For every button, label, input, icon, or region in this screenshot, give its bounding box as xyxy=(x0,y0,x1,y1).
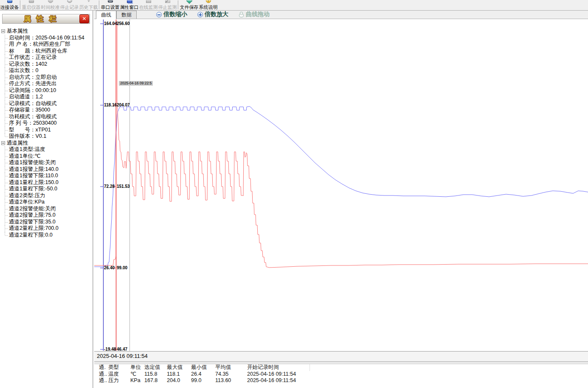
hand-icon xyxy=(239,12,244,17)
toolbar-icon-clip xyxy=(205,0,212,4)
tree-item[interactable]: 通道1报警下限:110.0 xyxy=(5,173,84,179)
tree-item[interactable]: 用 户 名：杭州西府生厂部 xyxy=(5,41,84,48)
toolbar-icon-clip xyxy=(47,0,54,4)
toolbar-button-label: 停止监测 xyxy=(158,4,177,10)
tree-item[interactable]: 记录模式：自动模式 xyxy=(5,100,84,107)
time-calibrate-icon xyxy=(48,0,53,3)
toolbar-button[interactable]: 串口设置 xyxy=(101,0,120,10)
tree-item[interactable]: 启动方式：立即启动 xyxy=(5,74,84,81)
axis-label-ch1: 118.16 xyxy=(104,103,117,107)
toolbar-icon-clip xyxy=(85,0,92,4)
tree-item[interactable]: 通道2单位:KPa xyxy=(5,199,84,206)
table-row[interactable]: 通.. 温度 ℃ 115.8 118.1 26.4 74.35 2025-04-… xyxy=(94,371,588,378)
tree-item[interactable]: 通道1单位:℃ xyxy=(5,153,84,160)
file-save-icon xyxy=(186,0,192,4)
toolbar-button-label: 历史下载 xyxy=(79,4,98,10)
tree-item[interactable]: 溢出次数：0 xyxy=(5,67,84,74)
curve-plot[interactable]: 164.04256.60118.16204.0772.28151.5326.40… xyxy=(94,19,588,352)
tree-item[interactable]: 启动时间：2025-04-16 09:11:54 xyxy=(5,35,84,42)
tree-item[interactable]: 存储容量：35000 xyxy=(5,107,84,114)
axis-label-ch1: 26.40 xyxy=(104,265,115,270)
collapse-icon[interactable] xyxy=(1,29,5,33)
tree-item[interactable]: 通道1报警上限:140.0 xyxy=(5,166,84,173)
tree-item[interactable]: 通道1报警使能:关闭 xyxy=(5,159,84,166)
axis-label-ch2: 151.53 xyxy=(117,184,130,189)
horizontal-splitter[interactable] xyxy=(94,361,588,364)
tree-item[interactable]: 序 列 号：25030400 xyxy=(5,120,84,127)
cursor-tooltip: 2025-04-16 09:22:5 xyxy=(119,81,153,86)
cell-avg-value: 74.35 xyxy=(215,371,247,378)
channel-properties-list: 通道1类型:温度 通道1单位:℃ 通道1报警使能:关闭 通道1报警上限:140.… xyxy=(1,146,84,238)
tree-item-label: 停止方式：先进先出 xyxy=(9,81,57,87)
chart-button[interactable]: 倍数放大 xyxy=(197,11,228,18)
table-header-row: 通. 类型 单位 选定值 最大值 最小值 平均值 开始记录时间 xyxy=(94,364,588,371)
toolbar-button[interactable]: 属性窗口 xyxy=(120,0,139,10)
property-tree: 基本属性 启动时间：2025-04-16 09:11:54 用 户 名：杭州西府… xyxy=(1,28,84,238)
plus-icon xyxy=(197,12,203,17)
chart-button-label: 倍数放大 xyxy=(205,11,228,18)
tab-curve[interactable]: 曲线 xyxy=(96,11,116,19)
chart-button-label: 倍数缩小 xyxy=(163,11,187,18)
toolbar-button[interactable]: 系统说明 xyxy=(199,0,218,10)
tree-item[interactable]: 固件版本：V0.1 xyxy=(5,133,84,140)
toolbar-button-label: 文件保存 xyxy=(180,4,199,10)
tree-item-label: 通道1报警上限:140.0 xyxy=(9,166,59,172)
tree-item[interactable]: 启动通道：1,2 xyxy=(5,94,84,100)
tree-root-label: 基本属性 xyxy=(7,28,28,34)
tree-item-label: 通道2单位:KPa xyxy=(9,199,45,205)
history-download-icon xyxy=(86,0,91,3)
tree-item[interactable]: 通道2报警使能:关闭 xyxy=(5,206,84,212)
property-panel-header: 属 性 栏 ✕ xyxy=(2,14,90,24)
axis-label-ch2: 46.47 xyxy=(117,347,127,352)
tree-item[interactable]: 通道2量程上限:700.0 xyxy=(5,225,84,232)
tree-item[interactable]: 通道1量程上限:150.0 xyxy=(5,179,84,186)
toolbar-icon-clip xyxy=(6,0,13,4)
tree-root-basic-properties[interactable]: 基本属性 xyxy=(1,28,84,35)
tree-item[interactable]: 工作状态：正在记录 xyxy=(5,54,84,61)
tree-item[interactable]: 停止方式：先进先出 xyxy=(5,81,84,87)
channel-summary-table: 通. 类型 单位 选定值 最大值 最小值 平均值 开始记录时间 通.. 温度 ℃… xyxy=(94,364,588,388)
tree-item[interactable]: 型 号：xTP01 xyxy=(5,127,84,134)
toolbar-icon-clip xyxy=(66,0,73,4)
tree-item-label: 记录间隔：00:00:10 xyxy=(9,87,56,93)
toolbar-button[interactable]: 连接设备 xyxy=(0,0,19,10)
tab-data[interactable]: 数据 xyxy=(116,11,137,19)
collapse-icon[interactable] xyxy=(1,141,5,145)
tree-item[interactable]: 通道1类型:温度 xyxy=(5,146,84,153)
toolbar-icon-clip xyxy=(186,0,193,4)
tree-item-label: 通道2报警下限:35.0 xyxy=(9,219,56,225)
cell-selected-value: 115.8 xyxy=(144,371,167,378)
tree-item[interactable]: 通道1量程下限:-50.0 xyxy=(5,186,84,193)
tree-item[interactable]: 标 题：杭州西府仓库 xyxy=(5,48,84,55)
tree-item[interactable]: 功耗模式：省电模式 xyxy=(5,114,84,120)
tree-item-label: 通道2报警使能:关闭 xyxy=(9,206,56,212)
close-icon[interactable]: ✕ xyxy=(79,14,89,23)
tree-item[interactable]: 通道2报警下限:35.0 xyxy=(5,219,84,226)
serial-port-icon xyxy=(108,0,113,3)
toolbar-button-label: 串口设置 xyxy=(101,4,120,10)
chart-button[interactable]: 倍数缩小 xyxy=(156,11,187,18)
table-row[interactable]: 通.. 压力 KPa 167.8 204.0 99.0 113.60 2025-… xyxy=(94,377,588,384)
tree-item[interactable]: 记录次数：1402 xyxy=(5,61,84,68)
tree-item[interactable]: 通道2量程下限:0.0 xyxy=(5,232,84,239)
table-header-cell: 开始记录时间 xyxy=(247,364,310,371)
tree-item[interactable]: 记录间隔：00:00:10 xyxy=(5,87,84,94)
connect-device-icon xyxy=(7,0,12,3)
tree-item[interactable]: 通道2类型:压力 xyxy=(5,193,84,199)
table-header-cell: 最小值 xyxy=(191,364,215,371)
tree-item-label: 工作状态：正在记录 xyxy=(9,54,57,60)
cell-type: 压力 xyxy=(108,377,130,384)
tree-item-label: 通道1量程下限:-50.0 xyxy=(9,186,57,192)
tree-item-label: 型 号：xTP01 xyxy=(9,127,51,133)
tree-item-label: 通道1报警使能:关闭 xyxy=(9,159,56,165)
cell-start-time: 2025-04-16 09:11:54 xyxy=(247,377,310,384)
toolbar-icon-clip xyxy=(145,0,152,4)
toolbar-button: 时间校准 xyxy=(41,0,60,10)
axis-label-ch2: 204.07 xyxy=(117,103,130,107)
status-bar: 2025-04-16 09:11:54 xyxy=(94,352,588,361)
toolbar-button[interactable]: 文件保存 xyxy=(180,0,199,10)
toolbar-button: 历史下载 xyxy=(79,0,98,10)
cell-channel: 通.. xyxy=(99,377,108,384)
tree-item[interactable]: 通道2报警上限:75.0 xyxy=(5,212,84,219)
tree-root-channel-properties[interactable]: 通道属性 xyxy=(1,140,84,147)
